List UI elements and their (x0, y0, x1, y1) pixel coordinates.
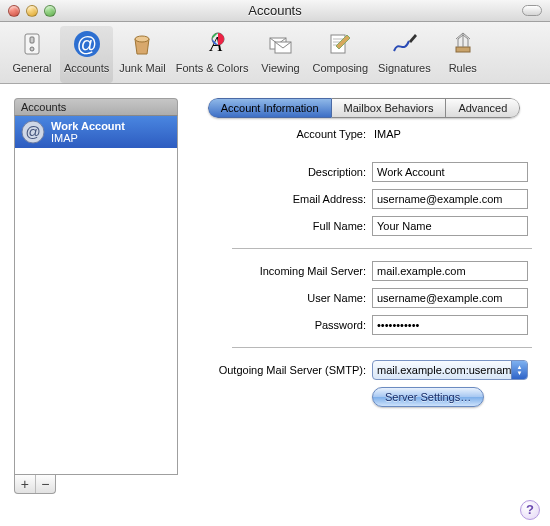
rules-icon (447, 28, 479, 60)
at-sign-icon: @ (71, 28, 103, 60)
smtp-server-value: mail.example.com:usernam (373, 364, 511, 376)
toolbar-label: Composing (312, 62, 368, 74)
fonts-colors-icon: A (196, 28, 228, 60)
separator (232, 347, 532, 348)
svg-point-5 (135, 36, 149, 42)
toolbar-label: Junk Mail (119, 62, 165, 74)
description-input[interactable] (372, 162, 528, 182)
account-type-value: IMAP (372, 128, 401, 140)
toolbar-label: Viewing (261, 62, 299, 74)
smtp-label: Outgoing Mail Server (SMTP): (192, 364, 372, 376)
password-label: Password: (192, 319, 372, 331)
remove-account-button[interactable]: − (35, 475, 56, 493)
account-row[interactable]: @ Work Account IMAP (15, 116, 177, 148)
pref-composing[interactable]: Composing (308, 26, 372, 83)
description-label: Description: (192, 166, 372, 178)
switch-icon (16, 28, 48, 60)
pref-accounts[interactable]: @ Accounts (60, 26, 113, 83)
tab-advanced[interactable]: Advanced (446, 98, 520, 118)
fullname-label: Full Name: (192, 220, 372, 232)
add-account-button[interactable]: + (15, 475, 35, 493)
tab-account-information[interactable]: Account Information (208, 98, 332, 118)
toolbar-label: Signatures (378, 62, 431, 74)
server-settings-button[interactable]: Server Settings… (372, 387, 484, 407)
pref-rules[interactable]: Rules (437, 26, 489, 83)
sidebar-header: Accounts (14, 98, 178, 116)
svg-rect-1 (30, 37, 34, 43)
preferences-toolbar: General @ Accounts Junk Mail A Fonts & C… (0, 22, 550, 84)
updown-arrows-icon: ▲▼ (511, 361, 527, 379)
account-name: Work Account (51, 120, 125, 132)
svg-rect-14 (456, 47, 470, 52)
account-tabs: Account Information Mailbox Behaviors Ad… (192, 98, 536, 118)
window-title: Accounts (0, 3, 550, 18)
help-button[interactable]: ? (520, 500, 540, 520)
email-label: Email Address: (192, 193, 372, 205)
accounts-list[interactable]: @ Work Account IMAP (14, 116, 178, 475)
toolbar-label: Accounts (64, 62, 109, 74)
account-row-text: Work Account IMAP (51, 120, 125, 144)
toolbar-toggle-icon[interactable] (522, 5, 542, 16)
at-sign-icon: @ (21, 120, 45, 144)
pref-viewing[interactable]: Viewing (254, 26, 306, 83)
account-type-label: Account Type: (192, 128, 372, 140)
compose-icon (324, 28, 356, 60)
toolbar-label: Rules (449, 62, 477, 74)
separator (232, 248, 532, 249)
envelopes-icon (264, 28, 296, 60)
tab-mailbox-behaviors[interactable]: Mailbox Behaviors (332, 98, 447, 118)
toolbar-label: General (12, 62, 51, 74)
pref-junk-mail[interactable]: Junk Mail (115, 26, 169, 83)
window-titlebar: Accounts (0, 0, 550, 22)
svg-point-2 (30, 47, 34, 51)
trash-icon (126, 28, 158, 60)
smtp-server-select[interactable]: mail.example.com:usernam ▲▼ (372, 360, 528, 380)
incoming-server-input[interactable] (372, 261, 528, 281)
svg-text:@: @ (76, 33, 96, 55)
username-label: User Name: (192, 292, 372, 304)
pref-general[interactable]: General (6, 26, 58, 83)
pref-signatures[interactable]: Signatures (374, 26, 435, 83)
pref-fonts-colors[interactable]: A Fonts & Colors (172, 26, 253, 83)
toolbar-label: Fonts & Colors (176, 62, 249, 74)
password-input[interactable] (372, 315, 528, 335)
incoming-label: Incoming Mail Server: (192, 265, 372, 277)
email-input[interactable] (372, 189, 528, 209)
add-remove-control: + − (14, 475, 56, 494)
signature-icon (388, 28, 420, 60)
account-protocol: IMAP (51, 132, 125, 144)
svg-text:@: @ (25, 123, 40, 140)
fullname-input[interactable] (372, 216, 528, 236)
username-input[interactable] (372, 288, 528, 308)
